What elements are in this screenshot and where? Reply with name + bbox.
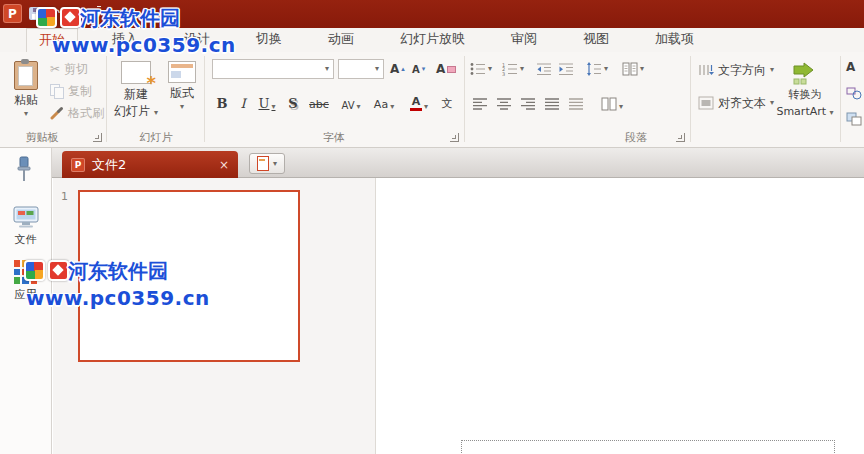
tab-review[interactable]: 审阅 xyxy=(499,28,549,52)
tab-insert[interactable]: 插入 xyxy=(100,28,150,52)
align-right-icon xyxy=(520,97,536,111)
slide-number: 1 xyxy=(61,190,68,203)
chevron-down-icon: ▾ xyxy=(375,65,379,73)
left-sidebar: 文件 应用 xyxy=(0,148,52,454)
font-dialog-launcher-icon[interactable] xyxy=(450,133,459,142)
increase-indent-icon xyxy=(558,62,574,76)
document-icon: P xyxy=(71,158,85,172)
ribbon-tab-strip: 开始 插入 设计 切换 动画 幻灯片放映 审阅 视图 加载项 xyxy=(0,28,864,52)
redo-button[interactable]: ↷ ▾ xyxy=(73,7,90,20)
document-tab-label: 文件2 xyxy=(92,156,212,174)
increase-indent-button[interactable] xyxy=(558,59,574,79)
tab-design[interactable]: 设计 xyxy=(172,28,222,52)
change-case-button[interactable]: Aa▾ xyxy=(370,92,398,114)
text-direction-button[interactable]: 文字方向 ▾ xyxy=(698,59,774,81)
eraser-icon xyxy=(447,66,456,73)
text-box-button[interactable]: A xyxy=(846,60,855,74)
close-tab-icon[interactable]: × xyxy=(219,159,229,171)
tab-home[interactable]: 开始 xyxy=(26,28,78,52)
chevron-down-icon: ▾ xyxy=(271,103,275,111)
underline-button[interactable]: U▾ xyxy=(254,92,280,114)
distribute-icon xyxy=(568,97,584,111)
paste-button[interactable]: 粘贴 ▾ xyxy=(6,56,46,138)
clear-formatting-button[interactable]: A xyxy=(436,59,456,79)
align-left-icon xyxy=(472,97,488,111)
format-painter-button[interactable]: 格式刷 xyxy=(50,104,104,122)
tab-addins[interactable]: 加载项 xyxy=(643,28,706,52)
cut-button[interactable]: ✂ 剪切 xyxy=(50,60,88,78)
font-name-combobox[interactable]: ▾ xyxy=(212,59,334,79)
save-icon[interactable] xyxy=(29,7,42,20)
chevron-down-icon: ▾ xyxy=(24,110,28,118)
strikethrough-button[interactable]: abc xyxy=(306,92,332,114)
paste-clipboard-icon xyxy=(14,61,38,90)
pin-tab-bar-button[interactable] xyxy=(14,156,34,186)
layout-button[interactable]: 版式 ▾ xyxy=(162,56,202,138)
chevron-down-icon: ▾ xyxy=(520,65,524,73)
paragraph-dialog-launcher-icon[interactable] xyxy=(676,133,685,142)
align-text-button[interactable]: 对齐文本 ▾ xyxy=(698,92,774,114)
chevron-down-icon: ▾ xyxy=(604,65,608,73)
justify-button[interactable] xyxy=(542,92,562,114)
tab-slideshow[interactable]: 幻灯片放映 xyxy=(388,28,477,52)
arrange-button[interactable] xyxy=(846,112,862,126)
asian-layout-button[interactable]: 文 xyxy=(438,92,456,114)
document-tab-active[interactable]: P 文件2 × xyxy=(62,151,238,178)
columns-icon xyxy=(622,62,638,76)
columns-button[interactable]: ▾ xyxy=(622,59,644,79)
sparkle-icon: * xyxy=(147,72,156,93)
pushpin-icon xyxy=(14,156,34,183)
undo-button[interactable]: ↶ ▾ xyxy=(49,7,66,20)
slide-editing-area[interactable] xyxy=(375,178,864,454)
character-spacing-button[interactable]: AV▾ xyxy=(336,92,366,114)
tab-view[interactable]: 视图 xyxy=(571,28,621,52)
tab-animations[interactable]: 动画 xyxy=(316,28,366,52)
chevron-down-icon: ▾ xyxy=(273,160,277,168)
slide-thumbnail-selected[interactable] xyxy=(78,190,300,362)
shapes-button[interactable] xyxy=(846,86,862,100)
justify-icon xyxy=(544,97,560,111)
font-color-button[interactable]: A ▾ xyxy=(406,92,432,114)
add-remove-columns-button[interactable]: ▾ xyxy=(598,92,626,114)
new-slide-label-line1: 新建 xyxy=(124,87,148,101)
sidebar-item-file[interactable]: 文件 xyxy=(0,206,51,247)
app-logo-icon[interactable]: P xyxy=(3,4,22,23)
convert-to-smartart-button[interactable]: 转换为 SmartArt ▾ xyxy=(774,56,836,138)
grow-font-button[interactable]: A ▴ xyxy=(390,59,405,79)
scissors-icon: ✂ xyxy=(50,62,60,76)
distribute-button[interactable] xyxy=(566,92,586,114)
align-right-button[interactable] xyxy=(518,92,538,114)
text-direction-icon xyxy=(698,63,714,77)
chevron-down-icon: ▾ xyxy=(325,65,329,73)
italic-button[interactable]: I xyxy=(234,92,252,114)
align-center-button[interactable] xyxy=(494,92,514,114)
text-shadow-button[interactable]: S xyxy=(284,92,302,114)
align-left-button[interactable] xyxy=(470,92,490,114)
font-size-combobox[interactable]: ▾ xyxy=(338,59,384,79)
numbering-button[interactable]: 123 ▾ xyxy=(502,59,524,79)
svg-text:3: 3 xyxy=(502,71,505,77)
align-text-icon xyxy=(698,96,714,110)
bold-button[interactable]: B xyxy=(212,92,232,114)
bullets-button[interactable]: ▾ xyxy=(470,59,492,79)
tab-transitions[interactable]: 切换 xyxy=(244,28,294,52)
quick-access-toolbar: P ↶ ▾ ↷ ▾ ▾ xyxy=(0,0,864,23)
bullet-list-icon xyxy=(470,62,486,76)
clipboard-dialog-launcher-icon[interactable] xyxy=(93,133,102,142)
decrease-indent-button[interactable] xyxy=(536,59,552,79)
chevron-down-icon: ▾ xyxy=(86,7,90,20)
text-placeholder-outline[interactable] xyxy=(461,440,835,454)
arrange-icon xyxy=(846,112,862,126)
shrink-font-button[interactable]: A ▾ xyxy=(412,59,425,79)
chevron-down-icon: ▾ xyxy=(97,6,101,21)
copy-button[interactable]: 复制 xyxy=(50,82,92,100)
new-document-tab-button[interactable]: ▾ xyxy=(249,153,285,174)
cut-label: 剪切 xyxy=(64,61,88,78)
customize-qat-button[interactable]: ▾ xyxy=(97,6,101,21)
new-slide-button[interactable]: * 新建 幻灯片 ▾ xyxy=(112,56,160,138)
line-spacing-button[interactable]: ▾ xyxy=(586,59,608,79)
paste-label: 粘贴 xyxy=(14,93,38,107)
numbered-list-icon: 123 xyxy=(502,62,518,76)
new-slide-icon: * xyxy=(121,61,151,84)
sidebar-item-apps[interactable]: 应用 xyxy=(0,260,51,302)
